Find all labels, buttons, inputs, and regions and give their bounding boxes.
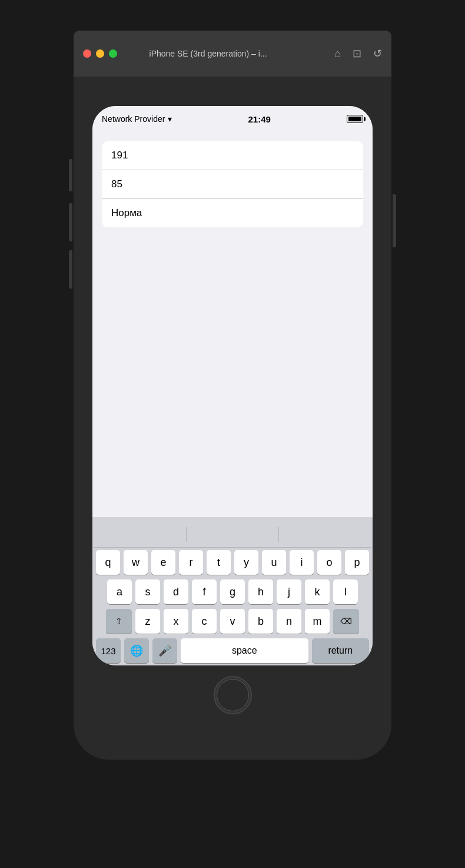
key-i[interactable]: i: [290, 550, 314, 575]
key-b[interactable]: b: [248, 609, 273, 634]
battery-fill: [348, 117, 361, 121]
list-item[interactable]: 85: [102, 170, 363, 199]
key-q[interactable]: q: [96, 550, 120, 575]
key-t[interactable]: t: [207, 550, 231, 575]
key-f[interactable]: f: [192, 579, 217, 604]
list-item[interactable]: Норма: [102, 199, 363, 227]
key-m[interactable]: m: [305, 609, 330, 634]
return-key[interactable]: return: [312, 638, 369, 663]
keyboard-rows: q w e r t y u i o p a s: [94, 550, 371, 663]
screenshot-icon[interactable]: ⊡: [353, 47, 361, 60]
key-y[interactable]: y: [234, 550, 258, 575]
status-right: [347, 115, 363, 123]
key-e[interactable]: e: [151, 550, 175, 575]
screen-content: Network Provider ▾ 21:49 191 85: [92, 106, 373, 665]
battery-icon: [347, 115, 363, 123]
key-d[interactable]: d: [164, 579, 188, 604]
key-x[interactable]: x: [164, 609, 188, 634]
phone-body: Network Provider ▾ 21:49 191 85: [74, 77, 391, 760]
key-row-3: ⇧ z x c v b n m ⌫: [96, 609, 369, 634]
titlebar: iPhone SE (3rd generation) – i... ⌂ ⊡ ↺: [74, 31, 391, 77]
key-p[interactable]: p: [345, 550, 369, 575]
key-row-4: 123 🌐 🎤 space return: [96, 638, 369, 663]
predictive-item-1[interactable]: [94, 522, 187, 547]
predictive-item-2[interactable]: [187, 522, 279, 547]
backspace-key[interactable]: ⌫: [333, 609, 359, 634]
wifi-icon: ▾: [168, 114, 172, 124]
carrier-label: Network Provider: [102, 114, 165, 124]
content-area: 191 85 Норма: [92, 132, 373, 517]
power-button[interactable]: [393, 194, 396, 247]
key-w[interactable]: w: [124, 550, 148, 575]
key-k[interactable]: k: [305, 579, 330, 604]
list-container: 191 85 Норма: [102, 141, 363, 227]
shift-key[interactable]: ⇧: [106, 609, 132, 634]
predictive-bar: [94, 522, 371, 548]
volume-down-button[interactable]: [69, 250, 72, 289]
num-key[interactable]: 123: [96, 638, 121, 663]
home-icon[interactable]: ⌂: [334, 48, 341, 60]
key-s[interactable]: s: [135, 579, 160, 604]
mic-key[interactable]: 🎤: [152, 638, 177, 663]
key-n[interactable]: n: [277, 609, 301, 634]
list-item[interactable]: 191: [102, 141, 363, 170]
key-row-1: q w e r t y u i o p: [96, 550, 369, 575]
phone-screen: Network Provider ▾ 21:49 191 85: [92, 106, 373, 665]
home-button-inner: [217, 679, 249, 711]
key-row-2: a s d f g h j k l: [96, 579, 369, 604]
space-key[interactable]: space: [181, 638, 308, 663]
key-h[interactable]: h: [248, 579, 273, 604]
rotate-icon[interactable]: ↺: [373, 47, 382, 60]
key-j[interactable]: j: [277, 579, 301, 604]
predictive-item-3[interactable]: [278, 522, 371, 547]
content-spacer: [92, 227, 373, 517]
key-g[interactable]: g: [220, 579, 245, 604]
key-c[interactable]: c: [192, 609, 217, 634]
key-v[interactable]: v: [220, 609, 245, 634]
volume-up-button[interactable]: [69, 203, 72, 241]
titlebar-title: iPhone SE (3rd generation) – i...: [82, 49, 334, 58]
key-l[interactable]: l: [333, 579, 358, 604]
titlebar-icons: ⌂ ⊡ ↺: [334, 47, 382, 60]
home-button[interactable]: [214, 676, 252, 714]
globe-key[interactable]: 🌐: [124, 638, 149, 663]
key-z[interactable]: z: [135, 609, 160, 634]
status-bar: Network Provider ▾ 21:49: [92, 106, 373, 132]
status-left: Network Provider ▾: [102, 114, 172, 124]
key-o[interactable]: o: [317, 550, 341, 575]
key-u[interactable]: u: [262, 550, 286, 575]
status-time: 21:49: [248, 114, 271, 124]
keyboard: q w e r t y u i o p a s: [92, 517, 373, 665]
key-a[interactable]: a: [107, 579, 132, 604]
key-r[interactable]: r: [179, 550, 203, 575]
